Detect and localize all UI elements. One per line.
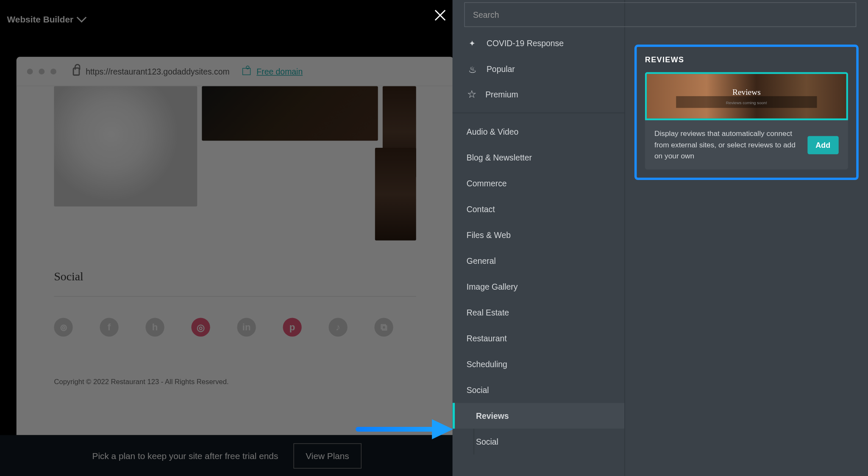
category-item[interactable]: Blog & Newsletter — [453, 145, 625, 171]
subcategory-label: Reviews — [476, 411, 509, 421]
category-item[interactable]: Scheduling — [453, 351, 625, 377]
covid-icon — [467, 38, 479, 50]
category-item[interactable]: Real Estate — [453, 300, 625, 326]
category-premium[interactable]: Premium — [453, 82, 625, 107]
category-covid[interactable]: COVID-19 Response — [453, 30, 625, 56]
category-item[interactable]: Commerce — [453, 171, 625, 196]
category-item[interactable]: Audio & Video — [453, 119, 625, 145]
subcategory-social[interactable]: Social — [453, 429, 625, 454]
category-popular[interactable]: Popular — [453, 56, 625, 82]
category-social[interactable]: Social — [453, 377, 625, 403]
subcategory-reviews[interactable]: Reviews — [453, 403, 625, 429]
category-item[interactable]: General — [453, 248, 625, 274]
add-section-panel: COVID-19 Response Popular Premium Audio … — [453, 0, 868, 476]
thumb-title: Reviews — [732, 88, 761, 97]
category-label: COVID-19 Response — [487, 39, 564, 48]
subcategory-label: Social — [476, 437, 498, 446]
category-item[interactable]: Files & Web — [453, 222, 625, 248]
category-item[interactable]: Restaurant — [453, 326, 625, 351]
category-item[interactable]: Contact — [453, 196, 625, 222]
search-input[interactable] — [464, 3, 856, 27]
category-label: Premium — [485, 90, 518, 99]
annotation-arrow — [356, 419, 455, 437]
category-list[interactable]: COVID-19 Response Popular Premium Audio … — [453, 0, 625, 476]
divider — [453, 113, 625, 113]
section-title: REVIEWS — [645, 55, 848, 64]
category-item[interactable]: Image Gallery — [453, 274, 625, 300]
add-button[interactable]: Add — [807, 136, 839, 154]
star-icon — [467, 89, 477, 100]
category-label: Popular — [487, 64, 515, 74]
card-description: Display reviews that automatically conne… — [654, 128, 799, 161]
card-thumbnail[interactable]: Reviews Reviews coming soon! — [645, 72, 848, 120]
reviews-card: Reviews Reviews coming soon! Display rev… — [645, 72, 848, 169]
detail-column: REVIEWS Reviews Reviews coming soon! Dis… — [625, 0, 868, 476]
fire-icon — [467, 64, 479, 75]
highlight-box: REVIEWS Reviews Reviews coming soon! Dis… — [634, 44, 859, 180]
close-icon[interactable] — [432, 7, 448, 24]
